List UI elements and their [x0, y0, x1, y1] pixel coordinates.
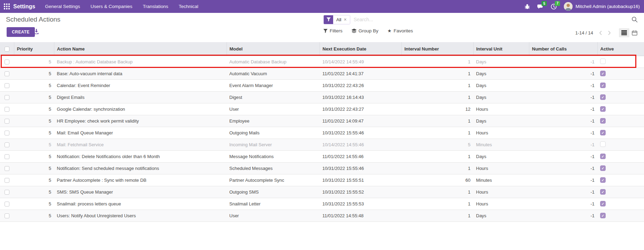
menu-general-settings[interactable]: General Settings	[45, 4, 80, 9]
create-button[interactable]: CREATE	[7, 27, 35, 37]
active-checkbox[interactable]: ✓	[600, 177, 606, 183]
header-model[interactable]: Model	[227, 42, 320, 56]
row-select-checkbox[interactable]	[5, 166, 9, 171]
cell-number-of-calls: -1	[529, 79, 597, 91]
table-row[interactable]: 5 Notification: Send scheduled message n…	[0, 162, 644, 174]
row-select-checkbox[interactable]	[5, 119, 9, 124]
cell-action-name: Snailmail: process letters queue	[54, 198, 227, 210]
active-checkbox[interactable]: ✓	[600, 165, 606, 171]
favorites-dropdown[interactable]: ★ Favorites	[388, 28, 413, 33]
pager-previous-icon[interactable]	[598, 31, 603, 35]
cell-model: Automatic Database Backup	[227, 56, 320, 68]
select-all-checkbox[interactable]	[5, 47, 9, 52]
row-select-checkbox[interactable]	[5, 71, 9, 76]
list-icon	[621, 30, 627, 35]
cell-interval-number: 1	[401, 210, 473, 221]
table-row[interactable]: 5 Snailmail: process letters queue Snail…	[0, 198, 644, 210]
table-row[interactable]: 5 Google Calendar: synchronization User …	[0, 103, 644, 115]
cell-action-name: Google Calendar: synchronization	[54, 103, 227, 115]
cell-interval-unit: Hours	[473, 162, 529, 174]
row-select-checkbox[interactable]	[5, 154, 9, 159]
header-action-name[interactable]: Action Name	[54, 42, 227, 56]
row-select-checkbox[interactable]	[5, 213, 9, 218]
user-menu[interactable]: Mitchell Admin (autobackup16)	[564, 2, 640, 11]
active-checkbox[interactable]	[600, 141, 606, 147]
cell-action-name: Notification: Send scheduled message not…	[54, 162, 227, 174]
page-title: Scheduled Actions	[6, 16, 60, 23]
cell-model: User	[227, 103, 320, 115]
table-row[interactable]: 5 Backup : Automatic Database Backup Aut…	[0, 56, 644, 68]
table-row[interactable]: 5 Calendar: Event Reminder Event Alarm M…	[0, 79, 644, 91]
active-checkbox[interactable]: ✓	[600, 154, 606, 159]
menu-users-companies[interactable]: Users & Companies	[91, 4, 132, 9]
active-checkbox[interactable]: ✓	[600, 189, 606, 195]
active-checkbox[interactable]: ✓	[600, 94, 606, 100]
row-select-checkbox[interactable]	[5, 202, 9, 206]
cell-model: Snailmail Letter	[227, 198, 320, 210]
cell-model: Event Alarm Manager	[227, 79, 320, 91]
calendar-view-button[interactable]	[629, 28, 640, 37]
header-active[interactable]: Active	[597, 42, 644, 56]
row-select-checkbox[interactable]	[5, 60, 9, 64]
header-interval-unit[interactable]: Interval Unit	[473, 42, 529, 56]
table-row[interactable]: 5 Base: Auto-vacuum internal data Automa…	[0, 68, 644, 79]
menu-translations[interactable]: Translations	[143, 4, 168, 9]
active-checkbox[interactable]: ✓	[600, 83, 606, 88]
cell-interval-unit: Hours	[473, 103, 529, 115]
filters-dropdown[interactable]: Filters	[323, 28, 343, 33]
cell-action-name: HR Employee: check work permit validity	[54, 115, 227, 127]
active-checkbox[interactable]: ✓	[600, 118, 606, 124]
active-checkbox[interactable]: ✓	[600, 71, 606, 76]
active-checkbox[interactable]: ✓	[600, 213, 606, 218]
table-row[interactable]: 5 Mail: Email Queue Manager Outgoing Mai…	[0, 127, 644, 139]
cell-interval-unit: Days	[473, 56, 529, 68]
active-checkbox[interactable]: ✓	[600, 106, 606, 112]
cell-number-of-calls: -1	[529, 127, 597, 139]
row-select-checkbox[interactable]	[5, 95, 9, 100]
table-row[interactable]: 5 Digest Emails Digest 10/31/2022 16:14:…	[0, 91, 644, 103]
row-select-checkbox[interactable]	[5, 142, 9, 147]
messages-icon[interactable]: 5	[537, 3, 544, 9]
table-row[interactable]: 5 SMS: SMS Queue Manager Outgoing SMS 10…	[0, 186, 644, 198]
header-interval-number[interactable]: Interval Number	[401, 42, 473, 56]
scheduled-actions-table: Priority Action Name Model Next Executio…	[0, 42, 644, 222]
search-icon[interactable]	[631, 16, 638, 23]
list-view-button[interactable]	[619, 28, 629, 37]
cell-next-execution-date: 10/31/2022 15:55:53	[320, 198, 401, 210]
row-select-checkbox[interactable]	[5, 190, 9, 195]
cell-interval-unit: Days	[473, 150, 529, 162]
active-checkbox[interactable]	[600, 58, 606, 64]
table-row[interactable]: 5 Mail: Fetchmail Service Incoming Mail …	[0, 139, 644, 150]
row-select-checkbox[interactable]	[5, 178, 9, 183]
cell-interval-unit: Hours	[473, 198, 529, 210]
app-name[interactable]: Settings	[13, 3, 35, 10]
table-row[interactable]: 5 Users: Notify About Unregistered Users…	[0, 210, 644, 221]
pager-next-icon[interactable]	[607, 31, 612, 35]
active-checkbox[interactable]: ✓	[600, 201, 606, 206]
debug-bug-icon[interactable]	[524, 4, 530, 9]
header-number-of-calls[interactable]: Number of Calls	[529, 42, 597, 56]
cell-action-name: Base: Auto-vacuum internal data	[54, 68, 227, 79]
group-by-dropdown[interactable]: Group By	[352, 28, 378, 33]
facet-close-icon[interactable]: ×	[344, 17, 346, 22]
row-select-checkbox[interactable]	[5, 107, 9, 112]
table-row[interactable]: 5 HR Employee: check work permit validit…	[0, 115, 644, 127]
cell-action-name: Mail: Fetchmail Service	[54, 139, 227, 150]
cell-priority: 5	[14, 186, 54, 198]
menu-technical[interactable]: Technical	[179, 4, 198, 9]
cell-priority: 5	[14, 174, 54, 186]
cell-next-execution-date: 10/31/2022 15:55:52	[320, 186, 401, 198]
activities-clock-icon[interactable]: 7	[551, 3, 557, 10]
search-input[interactable]	[350, 17, 631, 22]
header-priority[interactable]: Priority	[14, 42, 54, 56]
row-select-checkbox[interactable]	[5, 83, 9, 88]
table-row[interactable]: 5 Notification: Delete Notifications old…	[0, 150, 644, 162]
export-icon[interactable]	[33, 29, 39, 34]
active-checkbox[interactable]: ✓	[600, 130, 606, 135]
cell-next-execution-date: 10/31/2022 22:43:26	[320, 79, 401, 91]
cell-number-of-calls: -1	[529, 91, 597, 103]
table-row[interactable]: 5 Partner Autocomplete : Sync with remot…	[0, 174, 644, 186]
header-next-execution-date[interactable]: Next Execution Date	[320, 42, 401, 56]
apps-menu-icon[interactable]	[0, 0, 13, 13]
row-select-checkbox[interactable]	[5, 131, 9, 135]
